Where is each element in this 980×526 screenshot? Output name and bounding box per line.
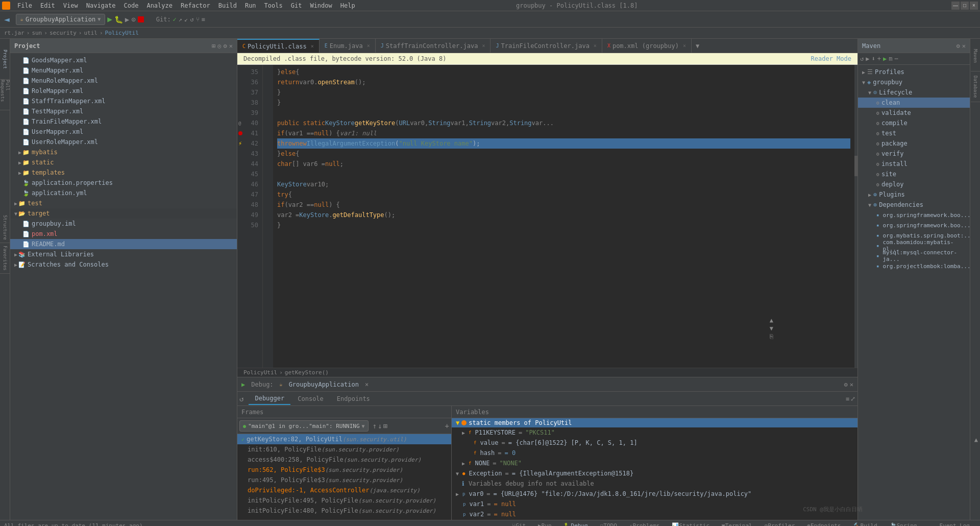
status-tab-build[interactable]: 🔨 Build	[847, 520, 884, 527]
tree-pom-xml[interactable]: 📄 pom.xml	[10, 229, 237, 239]
tree-static[interactable]: ▶ 📁 static	[10, 157, 237, 168]
tree-stafftrainmapper[interactable]: 📄 StaffTrainMapper.xml	[10, 96, 237, 106]
var-none[interactable]: ▶ f NONE = "NONE"	[452, 458, 857, 468]
frame-filter-icon[interactable]: ⊞	[383, 422, 387, 430]
status-tab-statistic[interactable]: 📊 Statistic	[666, 520, 716, 527]
exception-expand-icon[interactable]: ▼	[456, 471, 459, 476]
status-event-log[interactable]: Event Log	[933, 520, 976, 527]
maven-download-icon[interactable]: ⬇	[871, 55, 875, 62]
maven-profiles[interactable]: ▶ ☰ Profiles	[858, 67, 970, 77]
mybatis-expand-icon[interactable]: ▶	[18, 150, 21, 155]
maven-verify[interactable]: ⚙ verify	[858, 149, 970, 159]
debug-settings-icon[interactable]: ⚙	[844, 381, 848, 388]
tab-stafftrain-close[interactable]: ×	[482, 43, 485, 49]
menu-file[interactable]: File	[13, 0, 36, 11]
maven-link-icon[interactable]: ▶	[883, 55, 887, 62]
maven-dep-1[interactable]: ▪ org.springframework.boo...	[858, 220, 970, 230]
minimize-button[interactable]: —	[951, 2, 960, 10]
tab-debugger[interactable]: Debugger	[249, 393, 290, 405]
maven-deploy[interactable]: ⚙ deploy	[858, 179, 970, 189]
stop-button[interactable]	[138, 16, 144, 22]
sidebar-pull-icon[interactable]: Pull Requests	[0, 80, 10, 110]
tree-templates[interactable]: ▶ 📁 templates	[10, 168, 237, 178]
tree-app-yml[interactable]: 🍃 application.yml	[10, 188, 237, 198]
breadcrumb-part-policyutil[interactable]: PolicyUtil	[105, 30, 139, 36]
breadcrumb-part-util[interactable]: util	[84, 30, 97, 36]
maven-test[interactable]: ⚙ test	[858, 128, 970, 138]
tab-stafftrain[interactable]: J StaffTrainController.java ×	[376, 39, 491, 53]
sidebar-favorites-icon[interactable]: Favorites	[0, 243, 10, 274]
database-strip-label[interactable]: Database	[971, 71, 980, 102]
p11keystore-expand-icon[interactable]: ▶	[462, 430, 465, 436]
code-content[interactable]: } else { return var0.openStream(); } } p…	[273, 65, 854, 368]
git-history-icon[interactable]: ↺	[190, 16, 193, 23]
menu-view[interactable]: View	[59, 0, 82, 11]
maven-package[interactable]: ⚙ package	[858, 138, 970, 149]
maven-dep-4[interactable]: ▪ mysql:mysql-connector-ja...	[858, 251, 970, 261]
frame-item-3[interactable]: run:562, PolicyFile$3 (sun.security.prov…	[237, 465, 451, 475]
tree-userrolemapper[interactable]: 📄 UserRoleMapper.xml	[10, 137, 237, 147]
collapse-all-icon[interactable]: ⊞	[212, 42, 215, 50]
git-branch-icon[interactable]: ⑂	[196, 16, 200, 23]
menu-build[interactable]: Build	[214, 0, 241, 11]
var-p11keystore[interactable]: ▶ f P11KEYSTORE = "PKCS11"	[452, 427, 857, 438]
tab-policyutil[interactable]: C PolicyUtil.class ×	[237, 39, 320, 53]
maven-dependencies[interactable]: ▼ ⊗ Dependencies	[858, 200, 970, 210]
status-tab-terminal[interactable]: ▣ Terminal	[716, 520, 758, 527]
debug-session-close[interactable]: ×	[365, 381, 369, 388]
external-expand-icon[interactable]: ▶	[14, 252, 17, 257]
status-tab-endpoints[interactable]: ⊕ Endpoints	[801, 520, 847, 527]
maven-install[interactable]: ⚙ install	[858, 159, 970, 169]
breadcrumb-part-security[interactable]: security	[50, 30, 77, 36]
tab-enum[interactable]: E Enum.java ×	[320, 39, 376, 53]
breadcrumb-part-sun[interactable]: sun	[32, 30, 42, 36]
menu-git[interactable]: Git	[287, 0, 306, 11]
tab-more-button[interactable]: ▼	[692, 42, 703, 50]
maven-run-icon[interactable]: ▶	[866, 55, 869, 62]
maven-more-icon[interactable]: ⋯	[894, 55, 898, 62]
var-hash[interactable]: f hash = = 0	[452, 448, 857, 458]
menu-window[interactable]: Window	[306, 0, 336, 11]
profile-button[interactable]: ⊙	[131, 15, 135, 23]
debug-resume-icon[interactable]: ▶	[241, 381, 245, 388]
tree-usermapper[interactable]: 📄 UserMapper.xml	[10, 127, 237, 137]
menu-navigate[interactable]: Navigate	[82, 0, 120, 11]
maven-close-icon[interactable]: ✕	[962, 42, 966, 50]
close-panel-icon[interactable]: ✕	[229, 42, 233, 50]
templates-expand-icon[interactable]: ▶	[18, 170, 21, 176]
var-value[interactable]: f value = = {char[6]@1522} [P, K, C, S, …	[452, 438, 857, 448]
tab-endpoints[interactable]: Endpoints	[331, 393, 376, 405]
debug-close-icon[interactable]: ✕	[850, 381, 853, 388]
git-stash-icon[interactable]: ≡	[202, 16, 205, 23]
tab-pom-close[interactable]: ×	[683, 43, 686, 49]
breadcrumb-part-rtjar[interactable]: rt.jar	[4, 30, 24, 36]
none-expand-icon[interactable]: ▶	[462, 461, 465, 466]
maven-validate[interactable]: ⚙ validate	[858, 108, 970, 118]
git-arrow-icon[interactable]: ↗	[179, 16, 182, 23]
menu-run[interactable]: Run	[241, 0, 260, 11]
sidebar-structure-icon[interactable]: Structure	[0, 212, 10, 243]
status-tab-run[interactable]: ▶ Run	[532, 520, 558, 527]
frame-item-6[interactable]: initPolicyFile:495, PolicyFile (sun.secu…	[237, 495, 451, 506]
status-tab-spring[interactable]: 🍃 Spring	[884, 520, 923, 527]
maximize-button[interactable]: □	[961, 2, 969, 10]
tree-external-libs[interactable]: ▶ 📚 External Libraries	[10, 249, 237, 259]
maven-dep-0[interactable]: ▪ org.springframework.boo...	[858, 210, 970, 220]
debug-button[interactable]: 🐛	[114, 15, 123, 23]
tab-enum-close[interactable]: ×	[367, 43, 370, 49]
thread-dropdown[interactable]: ● "main"@1 in gro..."main": RUNNING ▼	[239, 420, 369, 432]
editor-mini-scrollbar[interactable]	[854, 65, 857, 368]
frame-item-5[interactable]: doPrivileged:-1, AccessController (java.…	[237, 485, 451, 495]
menu-edit[interactable]: Edit	[36, 0, 59, 11]
tree-mybatis[interactable]: ▶ 📁 mybatis	[10, 147, 237, 157]
maven-site[interactable]: ⚙ site	[858, 169, 970, 179]
run-config-selector[interactable]: ☕ GroupbuyApplication ▼	[16, 14, 105, 25]
maven-dep-5[interactable]: ▪ org.projectlombok:lomba...	[858, 261, 970, 271]
status-tab-profiler[interactable]: ⊙ Profiler	[758, 520, 801, 527]
test-expand-icon[interactable]: ▶	[14, 201, 17, 206]
frame-down-icon[interactable]: ↓	[378, 422, 382, 430]
tree-menurolemapper[interactable]: 📄 MenuRoleMapper.xml	[10, 76, 237, 86]
tab-console[interactable]: Console	[291, 393, 330, 405]
scrollbar-thumb[interactable]	[854, 156, 857, 176]
tree-menumapper[interactable]: 📄 MenuMapper.xml	[10, 65, 237, 76]
